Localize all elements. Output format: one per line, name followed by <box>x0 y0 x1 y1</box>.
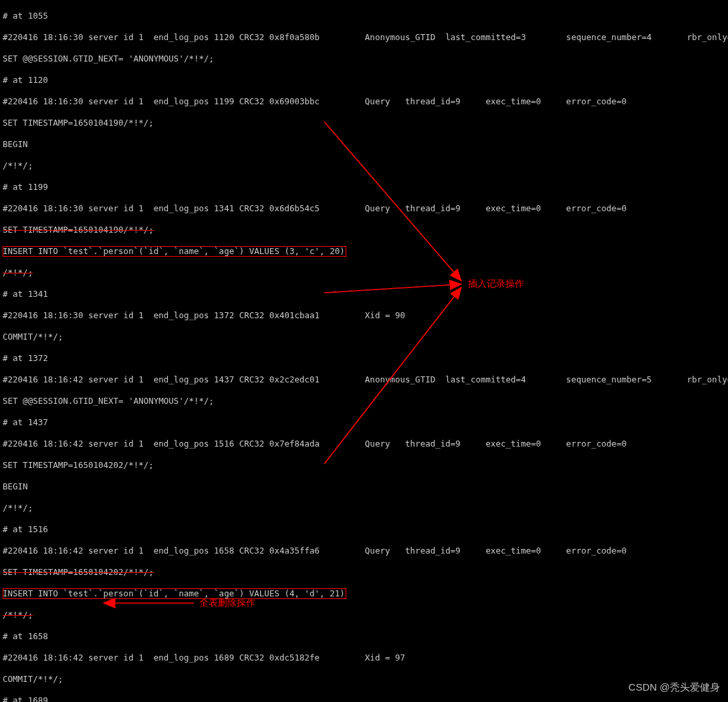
insert-statement-2: INSERT INTO `test`.`person`(`id`, `name`… <box>3 588 725 599</box>
log-line: SET @@SESSION.GTID_NEXT= 'ANONYMOUS'/*!*… <box>3 53 725 64</box>
log-line: # at 1516 <box>3 524 725 535</box>
log-line-struck: SET TIMESTAMP=1650104202/*!*/; <box>3 567 725 578</box>
log-line: #220416 18:16:42 server id 1 end_log_pos… <box>3 546 725 556</box>
watermark: CSDN @秃头爱健身 <box>628 682 720 693</box>
annotation-delete: 全表删除操作 <box>199 597 255 608</box>
annotation-insert: 插入记录操作 <box>468 278 524 289</box>
log-line: # at 1372 <box>3 353 725 364</box>
log-line: #220416 18:16:30 server id 1 end_log_pos… <box>3 310 725 321</box>
log-line: # at 1658 <box>3 631 725 642</box>
log-line: BEGIN <box>3 139 725 150</box>
log-line: SET TIMESTAMP=1650104190/*!*/; <box>3 118 725 128</box>
log-line: #220416 18:16:30 server id 1 end_log_pos… <box>3 96 725 107</box>
log-line: BEGIN <box>3 481 725 492</box>
log-line: # at 1199 <box>3 182 725 193</box>
log-line-struck: /*!*/; <box>3 610 725 620</box>
log-line: SET TIMESTAMP=1650104202/*!*/; <box>3 460 725 471</box>
log-line: #220416 18:16:30 server id 1 end_log_pos… <box>3 203 725 214</box>
log-line: #220416 18:16:42 server id 1 end_log_pos… <box>3 439 725 449</box>
log-line: # at 1437 <box>3 417 725 428</box>
log-line: # at 1120 <box>3 75 725 86</box>
log-line: # at 1341 <box>3 289 725 300</box>
log-line: /*!*/; <box>3 160 725 171</box>
log-line: COMMIT/*!*/; <box>3 332 725 342</box>
log-line: /*!*/; <box>3 503 725 513</box>
log-line: #220416 18:16:30 server id 1 end_log_pos… <box>3 32 725 43</box>
terminal-output[interactable]: # at 1055 #220416 18:16:30 server id 1 e… <box>0 0 728 702</box>
log-line-struck: SET TIMESTAMP=1650104190/*!*/; <box>3 225 725 235</box>
log-line: # at 1689 <box>3 695 725 702</box>
log-line-struck: /*!*/; <box>3 267 725 278</box>
log-line: # at 1055 <box>3 11 725 21</box>
log-line: COMMIT/*!*/; <box>3 674 725 685</box>
log-line: #220416 18:16:42 server id 1 end_log_pos… <box>3 374 725 385</box>
log-line: SET @@SESSION.GTID_NEXT= 'ANONYMOUS'/*!*… <box>3 396 725 406</box>
log-line: #220416 18:16:42 server id 1 end_log_pos… <box>3 653 725 663</box>
insert-statement-1: INSERT INTO `test`.`person`(`id`, `name`… <box>3 246 725 257</box>
